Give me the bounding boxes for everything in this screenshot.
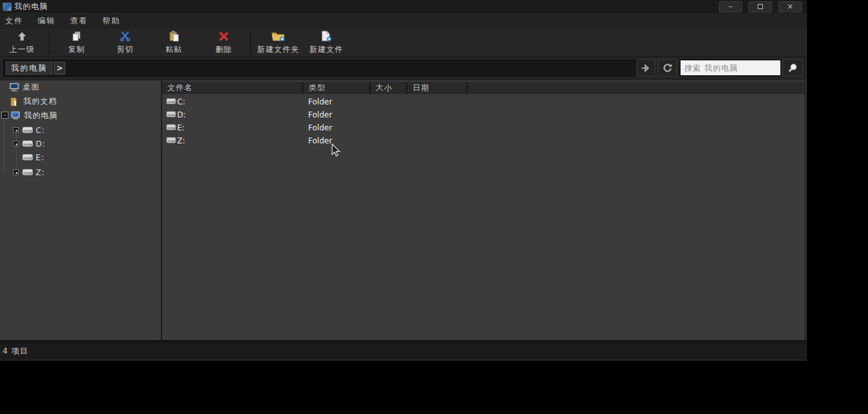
scissors-icon — [120, 30, 130, 42]
sidebar-item-label: C: — [36, 126, 45, 135]
file-row-e[interactable]: E: Folder — [162, 121, 804, 134]
file-type: Folder — [308, 110, 332, 119]
close-icon: × — [787, 2, 793, 11]
up-arrow-icon — [17, 30, 27, 42]
toolbar-separator — [49, 31, 49, 55]
sidebar-item-drive-e[interactable]: E: — [22, 152, 45, 164]
tree-collapse-toggle[interactable]: - — [1, 112, 8, 119]
column-header-empty — [468, 82, 804, 94]
list-header: 文件名 类型 大小 日期 — [162, 82, 804, 94]
maximize-button[interactable] — [749, 1, 772, 12]
sidebar-item-desktop[interactable]: 桌面 — [9, 81, 40, 93]
tree-expand-toggle[interactable] — [13, 169, 19, 175]
file-name: D: — [177, 110, 186, 119]
up-level-button[interactable]: 上一级 — [4, 30, 40, 55]
new-file-button[interactable]: 新建文件 — [305, 30, 348, 55]
tree-expand-toggle[interactable] — [13, 141, 19, 147]
column-header-type[interactable]: 类型 — [304, 82, 369, 94]
new-folder-icon — [271, 30, 285, 42]
toolbar: 上一级 复制 — [0, 29, 807, 57]
drive-icon — [22, 126, 34, 136]
cut-button[interactable]: 剪切 — [106, 30, 145, 55]
drive-icon — [22, 140, 34, 149]
file-list-pane: 文件名 类型 大小 日期 C: Folder — [162, 80, 804, 340]
app-icon — [3, 3, 12, 11]
delete-x-icon — [219, 30, 229, 42]
computer-icon — [10, 111, 22, 121]
sidebar-item-label: E: — [36, 153, 45, 162]
title-bar: 我的电脑 – × — [0, 0, 807, 13]
sidebar-item-drive-z[interactable]: Z: — [22, 167, 45, 178]
sidebar-item-drive-c[interactable]: C: — [22, 125, 45, 136]
drive-icon — [22, 168, 34, 178]
column-header-date[interactable]: 日期 — [407, 82, 466, 94]
list-rows: C: Folder D: Folder — [162, 95, 804, 147]
drive-icon — [166, 123, 176, 132]
item-count: 4 项目 — [3, 346, 28, 357]
paste-icon — [169, 30, 179, 42]
right-arrow-icon — [641, 64, 651, 72]
window-title: 我的电脑 — [14, 1, 48, 12]
sidebar-item-label: 桌面 — [23, 82, 40, 93]
sidebar-item-label: Z: — [36, 168, 45, 177]
documents-folder-icon — [10, 97, 21, 106]
file-row-d[interactable]: D: Folder — [162, 108, 804, 121]
mouse-cursor — [331, 143, 341, 158]
new-folder-button[interactable]: 新建文件夹 — [256, 30, 301, 55]
sidebar-tree: 桌面 我的文档 - — [0, 80, 161, 340]
file-row-c[interactable]: C: Folder — [162, 95, 804, 108]
column-header-size[interactable]: 大小 — [370, 82, 406, 94]
menu-bar: 文件 编辑 查看 帮助 — [0, 13, 807, 29]
toolbar-button-label: 删除 — [215, 44, 232, 55]
sidebar-item-documents[interactable]: 我的文档 — [10, 95, 57, 107]
search-input[interactable] — [680, 60, 781, 76]
menu-file[interactable]: 文件 — [5, 16, 31, 27]
refresh-icon — [662, 63, 673, 73]
new-file-icon — [320, 30, 332, 42]
main-area: 桌面 我的文档 - — [0, 80, 807, 340]
delete-button[interactable]: 删除 — [204, 30, 243, 55]
tree-expand-toggle[interactable] — [13, 127, 19, 133]
address-bar[interactable]: 我的电脑 > — [3, 60, 639, 77]
drive-icon — [166, 110, 176, 119]
close-button[interactable]: × — [778, 1, 802, 12]
file-name: C: — [177, 97, 185, 106]
sidebar-item-drive-d[interactable]: D: — [22, 138, 45, 150]
magnifier-icon — [788, 63, 798, 73]
minimize-icon: – — [729, 2, 732, 11]
chevron-right-icon[interactable]: > — [54, 62, 66, 75]
file-type: Folder — [308, 123, 332, 132]
tree-connector-line — [4, 119, 5, 171]
refresh-button[interactable] — [658, 59, 677, 77]
file-name: Z: — [177, 136, 185, 145]
drive-icon — [166, 97, 176, 106]
pane-right-edge — [804, 80, 807, 340]
toolbar-button-label: 新建文件 — [309, 44, 343, 55]
file-row-z[interactable]: Z: Folder — [162, 134, 804, 147]
breadcrumb[interactable]: 我的电脑 — [6, 62, 53, 75]
drive-icon — [166, 136, 176, 145]
tree-connector-line — [16, 132, 17, 173]
sidebar-item-label: 我的电脑 — [24, 110, 58, 121]
drive-icon — [22, 153, 34, 163]
minus-icon: - — [4, 111, 6, 118]
file-manager-window: 我的电脑 – × 文件 编辑 查看 帮助 上一级 — [0, 0, 807, 361]
sidebar-item-label: D: — [36, 140, 45, 149]
minimize-button[interactable]: – — [719, 1, 742, 12]
desktop-monitor-icon — [9, 82, 21, 92]
column-header-name[interactable]: 文件名 — [162, 82, 302, 94]
copy-button[interactable]: 复制 — [57, 30, 96, 55]
paste-button[interactable]: 粘贴 — [154, 30, 193, 55]
window-controls: – × — [719, 1, 802, 12]
sidebar-item-computer[interactable]: 我的电脑 — [10, 110, 58, 121]
file-name: E: — [177, 123, 185, 132]
address-row: 我的电脑 > — [0, 57, 807, 80]
maximize-icon — [758, 4, 763, 9]
copy-icon — [71, 30, 82, 42]
status-bar: 4 项目 — [0, 343, 807, 359]
menu-view[interactable]: 查看 — [70, 16, 96, 27]
go-button[interactable] — [636, 59, 655, 77]
search-button[interactable] — [782, 59, 803, 77]
menu-edit[interactable]: 编辑 — [38, 16, 64, 27]
menu-help[interactable]: 帮助 — [102, 16, 128, 27]
